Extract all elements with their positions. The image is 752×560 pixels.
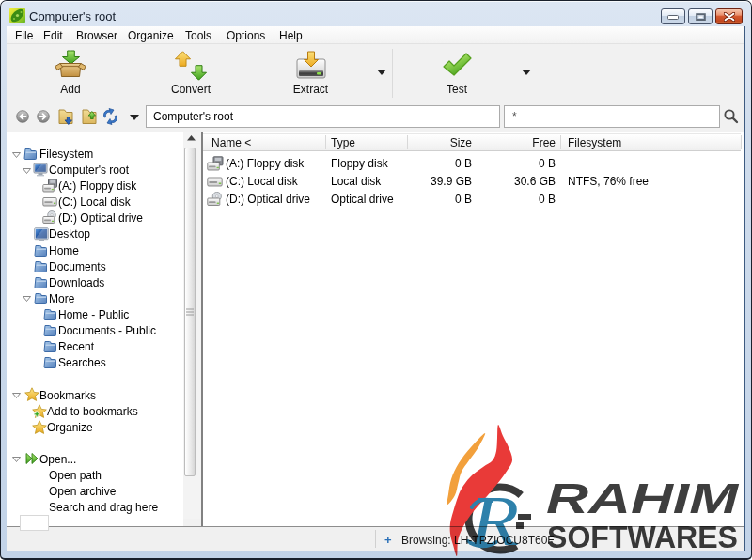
svg-text:R: R [469,481,519,560]
svg-text:RAHIM: RAHIM [546,475,740,521]
svg-text:SOFTWARES: SOFTWARES [547,520,738,554]
